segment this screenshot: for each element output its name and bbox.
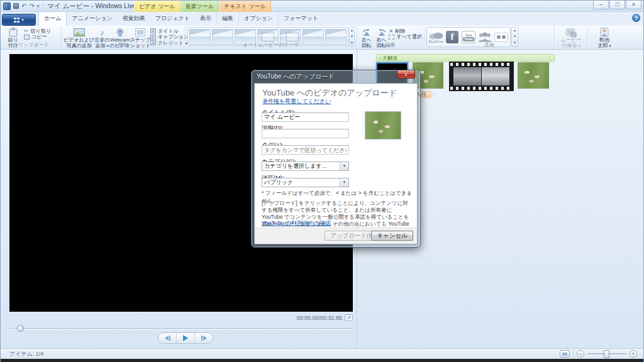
- ribbon: 貼り付け ✂ 切り取り コピー クリップボード ビデオおよび写真の追加: [1, 26, 643, 50]
- minimize-button[interactable]: –: [593, 1, 609, 9]
- zoom-slider-thumb[interactable]: [604, 350, 609, 358]
- rotate-left-icon: [362, 28, 372, 37]
- group-label: 共有: [425, 41, 554, 48]
- paste-icon: [8, 28, 18, 37]
- copy-button[interactable]: コピー: [24, 35, 51, 40]
- contextual-header-music-tools: 音楽ツール: [180, 1, 219, 12]
- title-field[interactable]: [262, 112, 349, 122]
- tab-view[interactable]: 表示: [195, 12, 216, 26]
- tab-animation[interactable]: アニメーション: [67, 12, 117, 26]
- film-sprockets: [450, 63, 513, 66]
- select-all-icon: [389, 35, 394, 40]
- application-menu-button[interactable]: ▾: [2, 14, 36, 26]
- contextual-header-video-tools: ビデオ ツール: [134, 1, 180, 12]
- seek-track[interactable]: [9, 328, 353, 329]
- zoom-in-button[interactable]: +: [630, 350, 637, 358]
- chevron-down-icon: ▾: [21, 18, 24, 23]
- scroll-up-icon[interactable]: ▲: [512, 28, 518, 34]
- cancel-button[interactable]: キャンセル: [371, 231, 413, 241]
- close-button[interactable]: ×: [626, 1, 641, 9]
- cut-button[interactable]: ✂ 切り取り: [24, 28, 51, 34]
- tab-edit-video-tools[interactable]: 編集: [216, 12, 238, 26]
- item-count: アイテム: 1/4: [9, 350, 43, 358]
- quick-access-toolbar: ↶ ↷ ▾: [13, 3, 43, 9]
- video-thumbnail: [365, 111, 401, 140]
- clipboard-small-buttons: ✂ 切り取り コピー: [24, 27, 51, 40]
- seek-bar[interactable]: [9, 325, 353, 332]
- group-label: オートムービーのテーマ: [186, 41, 357, 48]
- dialog-content: YouTube へのビデオのアップロード 著作権を尊重してください タイトル(T…: [254, 83, 418, 244]
- category-select[interactable]: カテゴリを選択します... ▼: [262, 162, 349, 171]
- next-frame-icon: [203, 336, 207, 341]
- dialog-footer: アップロード(P) キャンセル: [255, 228, 417, 244]
- scissors-icon: ✂: [24, 28, 29, 34]
- zoom-controls: − +: [560, 350, 637, 358]
- group-label: クリップボード: [1, 41, 61, 48]
- play-button[interactable]: [177, 333, 195, 343]
- dialog-close-button[interactable]: x: [397, 70, 415, 79]
- scroll-down-icon[interactable]: ▼: [512, 34, 518, 40]
- group-edit: 左へ回転 右へ回転 ✕ 削除 すべて選択 編集: [357, 26, 424, 49]
- previous-frame-button[interactable]: [158, 333, 177, 343]
- next-frame-button[interactable]: [195, 333, 213, 343]
- tab-home[interactable]: ホーム: [38, 11, 67, 26]
- scroll-down-icon[interactable]: ▼: [350, 34, 354, 40]
- tab-format-text-tools[interactable]: フォーマット: [278, 12, 323, 26]
- people-group-icon: [477, 32, 493, 43]
- tab-visual-effects[interactable]: 視覚効果: [118, 12, 150, 26]
- select-all-button[interactable]: すべて選択: [389, 35, 422, 40]
- tags-field[interactable]: [262, 145, 349, 155]
- webcam-icon: [116, 28, 125, 37]
- add-videos-photos-icon: [74, 28, 85, 37]
- tab-project[interactable]: プロジェクト: [150, 12, 195, 26]
- music-note-icon: ♪: [379, 55, 381, 61]
- save-icon[interactable]: [13, 3, 19, 9]
- thumbnail-size-icon[interactable]: [560, 350, 570, 358]
- previous-frame-icon: [165, 336, 169, 341]
- help-icon[interactable]: ?: [632, 14, 640, 22]
- group-add: ビデオおよび写真の追加 ♪ 音楽の追加 ▾ Webcamのビデオ スナップショッ…: [62, 26, 185, 49]
- zoom-slider-track[interactable]: [587, 353, 626, 355]
- add-title-button[interactable]: A タイトル: [150, 28, 189, 34]
- fullscreen-icon[interactable]: ↗: [345, 314, 353, 321]
- copyright-link[interactable]: 著作権を尊重してください: [262, 97, 331, 106]
- edit-small-buttons: ✕ 削除 すべて選択: [389, 27, 422, 40]
- music-track-title: 大解決: [382, 55, 549, 62]
- undo-icon[interactable]: ↶: [21, 3, 26, 9]
- save-movie-button[interactable]: ムービーの保存 ▾: [557, 27, 586, 48]
- category-value: カテゴリを選択します...: [262, 162, 340, 170]
- frame-bar-icon: [201, 336, 203, 341]
- redo-icon[interactable]: ↷: [29, 3, 34, 9]
- scroll-up-icon[interactable]: ▲: [350, 28, 354, 34]
- zoom-out-button[interactable]: −: [577, 350, 584, 358]
- transport-controls: [158, 332, 213, 344]
- remove-button[interactable]: ✕ 削除: [389, 28, 422, 34]
- qat-dropdown-icon[interactable]: ▾: [37, 3, 40, 9]
- contextual-tab-headers: ビデオ ツール 音楽ツール テキスト ツール: [134, 1, 271, 12]
- play-icon: [183, 335, 188, 341]
- divider: [573, 350, 574, 358]
- plugin-douga-tarou-button[interactable]: 動画太郎 ▾: [590, 27, 619, 48]
- seek-thumb[interactable]: [17, 325, 24, 332]
- storyboard-clip-filmstrip[interactable]: [449, 62, 514, 91]
- maximize-button[interactable]: □: [609, 1, 625, 9]
- label-handle[interactable]: [433, 92, 434, 97]
- snapshot-icon: [135, 28, 145, 37]
- chevron-down-icon: ▼: [340, 162, 348, 170]
- add-caption-button[interactable]: ≡ キャプション: [150, 35, 189, 40]
- music-track-bar[interactable]: ♪ 大解決: [376, 54, 555, 62]
- music-track-handle[interactable]: [549, 55, 552, 60]
- frame-bar-icon: [169, 336, 170, 341]
- app-menu-icon: [14, 18, 19, 23]
- youtube-upload-dialog: YouTube へのアップロード x YouTube へのビデオのアップロード …: [251, 70, 421, 248]
- permission-select[interactable]: パブリック ▼: [262, 178, 349, 187]
- film-frame: [482, 67, 509, 85]
- group-automovie-themes: ▲ ▼ ▼ オートムービーのテーマ: [186, 26, 357, 49]
- storyboard-clip-video[interactable]: [518, 62, 549, 89]
- tab-options-music-tools[interactable]: オプション: [238, 12, 278, 26]
- app-icon[interactable]: [3, 3, 11, 10]
- group-save-movie: ムービーの保存 ▾: [555, 26, 587, 49]
- title-icon: A: [150, 28, 156, 33]
- caption-icon: ≡: [150, 35, 156, 40]
- description-field[interactable]: [262, 129, 349, 138]
